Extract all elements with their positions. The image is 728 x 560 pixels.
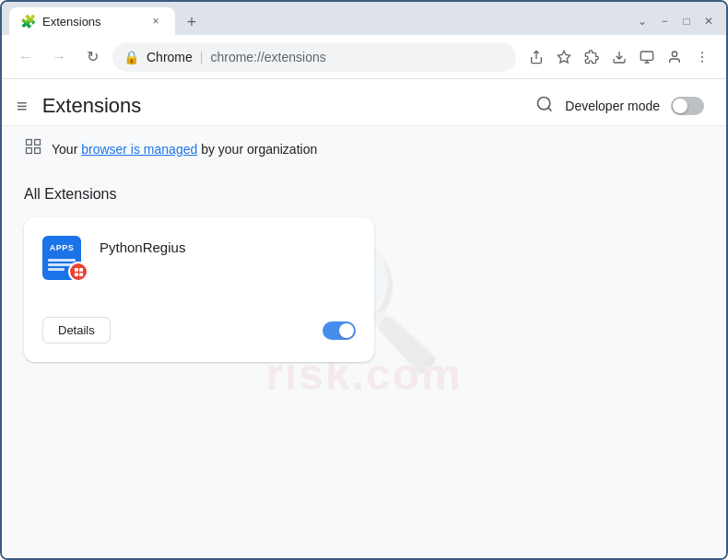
tab-icon: 🧩 xyxy=(20,14,35,29)
apps-text: APPS xyxy=(50,243,75,252)
active-tab[interactable]: 🧩 Extensions × xyxy=(9,7,175,35)
sidebar-menu-button[interactable]: ≡ xyxy=(17,96,28,117)
tab-strip: 🧩 Extensions × + xyxy=(9,7,632,35)
enabled-toggle-knob xyxy=(339,323,354,338)
svg-rect-13 xyxy=(74,273,77,276)
extension-badge xyxy=(68,262,88,282)
collapse-button[interactable]: ⌄ xyxy=(632,11,652,31)
extension-enabled-toggle[interactable] xyxy=(323,321,356,340)
tab-close-button[interactable]: × xyxy=(147,13,164,29)
maximize-button[interactable]: □ xyxy=(676,11,697,31)
nav-bar: ← → ↻ 🔒 Chrome | chrome://extensions xyxy=(2,35,726,79)
extension-name: PythonRegius xyxy=(100,236,185,255)
managed-text: Your browser is managed by your organiza… xyxy=(52,142,317,157)
page-title: Extensions xyxy=(42,94,142,118)
developer-mode-toggle[interactable] xyxy=(671,97,704,115)
developer-mode-label: Developer mode xyxy=(565,99,660,113)
toggle-knob xyxy=(673,99,687,113)
address-bar[interactable]: 🔒 Chrome | chrome://extensions xyxy=(112,42,516,72)
forward-button[interactable]: → xyxy=(46,44,72,70)
back-button[interactable]: ← xyxy=(13,44,39,70)
svg-rect-12 xyxy=(79,267,83,271)
reload-button[interactable]: ↻ xyxy=(79,44,105,70)
secure-icon: 🔒 xyxy=(123,50,139,64)
managed-notice: Your browser is managed by your organiza… xyxy=(2,126,726,171)
extension-info: APPS xyxy=(42,236,356,280)
extensions-puzzle-button[interactable] xyxy=(579,44,605,70)
svg-rect-7 xyxy=(27,140,32,146)
title-bar: 🧩 Extensions × + ⌄ − □ ✕ xyxy=(2,2,726,35)
search-button[interactable] xyxy=(535,95,554,118)
browser-window: 🧩 Extensions × + ⌄ − □ ✕ ← → xyxy=(0,0,728,560)
header-right: Developer mode xyxy=(535,95,704,118)
extension-icon-wrapper: APPS xyxy=(42,236,87,280)
extension-card: APPS xyxy=(24,217,374,362)
svg-marker-0 xyxy=(558,51,569,63)
svg-rect-8 xyxy=(35,140,41,146)
svg-line-6 xyxy=(548,107,552,111)
browser-name: Chrome xyxy=(147,50,193,64)
extensions-list: All Extensions APPS xyxy=(2,171,726,377)
svg-rect-14 xyxy=(79,273,83,276)
extensions-header: ≡ Extensions Developer mode xyxy=(2,79,726,126)
menu-button[interactable] xyxy=(689,44,715,70)
page-content: 🔍 risk.com ≡ Extensions Developer mode xyxy=(2,79,726,558)
share-button[interactable] xyxy=(523,44,549,70)
details-button[interactable]: Details xyxy=(42,317,111,344)
close-button[interactable]: ✕ xyxy=(699,11,719,31)
screen-cast-button[interactable] xyxy=(634,44,660,70)
section-title: All Extensions xyxy=(24,186,704,203)
profile-button[interactable] xyxy=(662,44,687,70)
header-left: ≡ Extensions xyxy=(17,94,141,118)
address-separator: | xyxy=(200,50,204,64)
window-controls: ⌄ − □ ✕ xyxy=(632,11,719,31)
svg-rect-11 xyxy=(74,267,77,271)
nav-actions xyxy=(523,44,715,70)
new-tab-button[interactable]: + xyxy=(179,9,205,35)
svg-point-5 xyxy=(538,97,550,109)
browser-managed-link[interactable]: browser is managed xyxy=(81,142,197,157)
svg-point-3 xyxy=(701,56,703,58)
tab-title: Extensions xyxy=(42,15,140,29)
svg-rect-9 xyxy=(27,148,32,154)
managed-icon xyxy=(24,137,42,160)
svg-point-2 xyxy=(701,52,703,53)
svg-point-4 xyxy=(701,60,703,62)
extension-actions: Details xyxy=(42,317,356,344)
address-path: chrome://extensions xyxy=(210,50,325,64)
svg-rect-1 xyxy=(640,52,652,60)
download-button[interactable] xyxy=(606,44,632,70)
minimize-button[interactable]: − xyxy=(654,11,675,31)
bookmark-button[interactable] xyxy=(551,44,577,70)
svg-rect-10 xyxy=(35,148,41,154)
